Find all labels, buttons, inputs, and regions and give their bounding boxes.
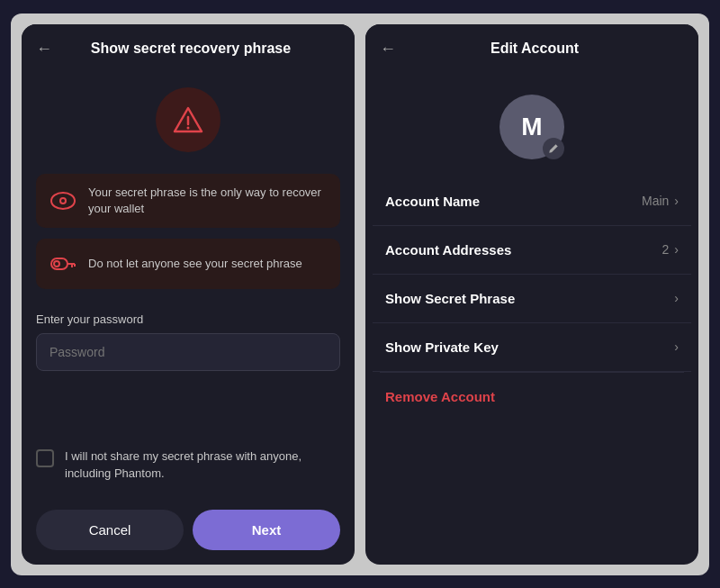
left-footer: Cancel Next xyxy=(22,495,355,565)
agree-checkbox[interactable] xyxy=(36,449,54,467)
app-wrapper: ← Show secret recovery phrase xyxy=(11,14,709,575)
svg-point-5 xyxy=(61,199,65,203)
key-icon xyxy=(49,249,77,278)
account-name-right: Main › xyxy=(642,194,679,208)
password-label: Enter your password xyxy=(36,312,340,326)
warning-circle xyxy=(156,87,220,152)
account-addresses-right: 2 › xyxy=(662,242,679,257)
avatar-section: M xyxy=(365,69,698,177)
account-addresses-label: Account Addresses xyxy=(385,242,511,258)
alert-list: Your secret phrase is the only way to re… xyxy=(22,167,355,296)
svg-point-7 xyxy=(54,261,59,267)
key-svg-icon xyxy=(50,253,76,275)
password-input[interactable] xyxy=(36,333,340,371)
alert-item-eye: Your secret phrase is the only way to re… xyxy=(36,174,340,228)
left-panel: ← Show secret recovery phrase xyxy=(22,24,355,565)
svg-point-2 xyxy=(187,126,190,129)
next-button[interactable]: Next xyxy=(193,510,340,550)
alert-text-2: Do not let anyone see your secret phrase xyxy=(88,256,302,272)
account-addresses-value: 2 xyxy=(662,242,670,257)
show-secret-phrase-label: Show Secret Phrase xyxy=(385,291,515,306)
left-header: ← Show secret recovery phrase xyxy=(22,24,355,69)
left-back-button[interactable]: ← xyxy=(36,41,52,57)
right-panel: ← Edit Account M Account Name Main › xyxy=(365,24,698,565)
show-private-key-label: Show Private Key xyxy=(385,339,499,355)
password-section: Enter your password xyxy=(22,296,355,378)
right-header: ← Edit Account xyxy=(365,24,698,69)
edit-avatar-button[interactable] xyxy=(543,138,564,159)
checkbox-label: I will not share my secret phrase with a… xyxy=(65,448,340,483)
remove-account-label: Remove Account xyxy=(385,389,495,404)
show-private-key-chevron-icon: › xyxy=(674,339,679,354)
alert-item-key: Do not let anyone see your secret phrase xyxy=(36,239,340,289)
account-addresses-chevron-icon: › xyxy=(674,242,679,257)
eye-icon xyxy=(49,186,77,215)
menu-list: Account Name Main › Account Addresses 2 … xyxy=(365,177,698,421)
menu-item-show-secret-phrase[interactable]: Show Secret Phrase › xyxy=(373,275,691,323)
checkbox-section: I will not share my secret phrase with a… xyxy=(22,435,355,495)
show-secret-phrase-right: › xyxy=(674,291,679,305)
right-back-button[interactable]: ← xyxy=(380,41,396,57)
warning-section xyxy=(22,69,355,167)
menu-item-show-private-key[interactable]: Show Private Key › xyxy=(373,323,691,372)
avatar-wrapper: M xyxy=(500,95,564,159)
show-private-key-right: › xyxy=(674,339,679,354)
cancel-button[interactable]: Cancel xyxy=(36,510,184,550)
menu-item-remove-account[interactable]: Remove Account xyxy=(373,373,691,421)
warning-triangle-icon xyxy=(172,104,204,136)
alert-text-1: Your secret phrase is the only way to re… xyxy=(88,185,328,217)
menu-item-account-name[interactable]: Account Name Main › xyxy=(373,177,691,226)
account-name-label: Account Name xyxy=(385,194,480,209)
left-title: Show secret recovery phrase xyxy=(63,41,319,57)
pencil-icon xyxy=(548,143,559,154)
account-name-value: Main xyxy=(642,194,669,208)
right-title: Edit Account xyxy=(407,41,662,57)
eye-svg-icon xyxy=(50,192,76,210)
menu-item-account-addresses[interactable]: Account Addresses 2 › xyxy=(373,226,691,275)
show-secret-phrase-chevron-icon: › xyxy=(674,291,679,305)
account-name-chevron-icon: › xyxy=(674,194,679,208)
